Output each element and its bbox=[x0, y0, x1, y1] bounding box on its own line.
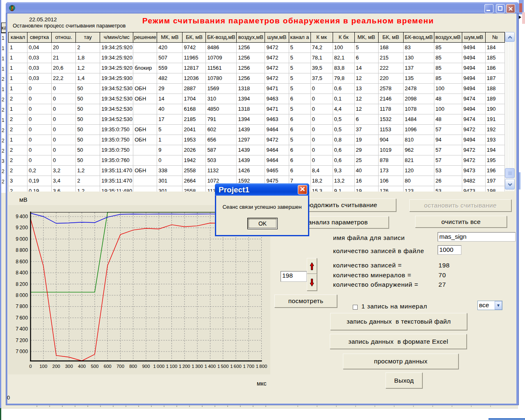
svg-text:700: 700 bbox=[116, 364, 124, 369]
svg-text:8 400: 8 400 bbox=[16, 270, 28, 276]
svg-text:1 000: 1 000 bbox=[153, 364, 164, 369]
svg-text:1 600: 1 600 bbox=[230, 364, 242, 369]
svg-text:1 800: 1 800 bbox=[256, 364, 267, 369]
svg-text:8 000: 8 000 bbox=[16, 292, 28, 298]
svg-text:600: 600 bbox=[104, 364, 112, 369]
svg-text:1 400: 1 400 bbox=[205, 364, 216, 369]
svg-text:100: 100 bbox=[39, 364, 47, 369]
svg-text:9 400: 9 400 bbox=[16, 214, 28, 219]
svg-text:8 800: 8 800 bbox=[16, 247, 28, 253]
svg-text:8 600: 8 600 bbox=[16, 259, 28, 265]
svg-text:200: 200 bbox=[52, 364, 60, 369]
svg-text:7 400: 7 400 bbox=[16, 326, 28, 332]
svg-text:7 800: 7 800 bbox=[16, 304, 28, 309]
svg-text:0: 0 bbox=[29, 364, 32, 369]
svg-text:1 500: 1 500 bbox=[217, 364, 229, 369]
svg-text:9 000: 9 000 bbox=[16, 236, 28, 242]
svg-text:7 000: 7 000 bbox=[16, 349, 28, 354]
svg-text:800: 800 bbox=[129, 364, 137, 369]
svg-text:900: 900 bbox=[142, 364, 150, 369]
svg-text:1 200: 1 200 bbox=[179, 364, 190, 369]
svg-text:7 600: 7 600 bbox=[16, 315, 28, 321]
svg-text:8 200: 8 200 bbox=[16, 281, 28, 287]
svg-text:1 700: 1 700 bbox=[243, 364, 254, 369]
svg-text:7 200: 7 200 bbox=[16, 338, 28, 343]
svg-text:400: 400 bbox=[78, 364, 86, 369]
svg-text:1 100: 1 100 bbox=[166, 364, 178, 369]
svg-text:9 200: 9 200 bbox=[16, 225, 28, 231]
svg-text:1 300: 1 300 bbox=[192, 364, 203, 369]
svg-text:500: 500 bbox=[91, 364, 98, 369]
svg-text:300: 300 bbox=[65, 364, 73, 369]
